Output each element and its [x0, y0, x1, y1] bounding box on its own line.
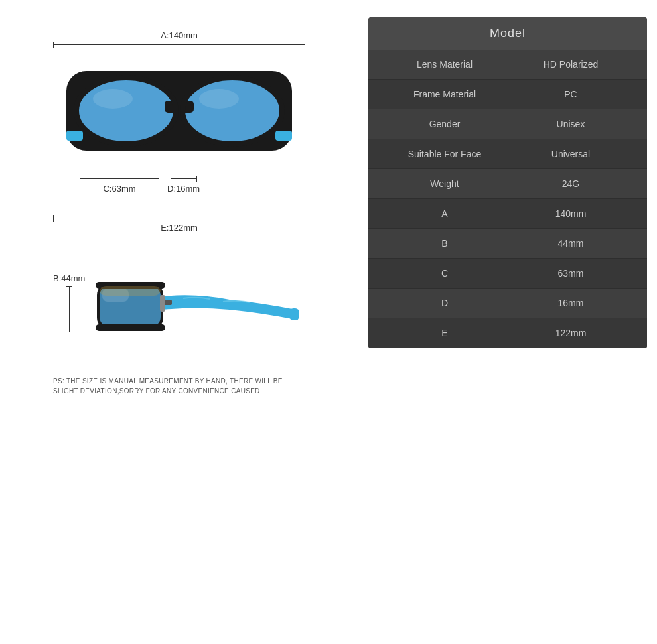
dim-cd-container: C:63mm D:16mm: [53, 176, 305, 195]
spec-val-3: Universal: [508, 149, 634, 159]
specs-title: Model: [490, 27, 526, 40]
v-line-b: [69, 287, 70, 332]
h-line-e: [54, 218, 305, 218]
spec-key-5: A: [382, 208, 508, 219]
spec-val-4: 24G: [508, 178, 634, 189]
svg-rect-7: [275, 131, 292, 141]
svg-rect-16: [96, 324, 165, 331]
spec-val-1: PC: [508, 89, 634, 99]
spec-val-9: 122mm: [508, 328, 634, 338]
spec-val-0: HD Polarized: [508, 59, 634, 70]
specs-header: Model: [368, 17, 647, 50]
svg-rect-6: [66, 131, 83, 141]
spec-val-8: 16mm: [508, 298, 634, 308]
spec-row-0: Lens MaterialHD Polarized: [368, 50, 647, 80]
spec-row-3: Suitable For FaceUniversal: [368, 139, 647, 169]
glasses-front-image: [53, 51, 305, 170]
dim-a-label: A:140mm: [161, 31, 198, 40]
spec-key-1: Frame Material: [382, 89, 508, 99]
spec-rows: Lens MaterialHD PolarizedFrame MaterialP…: [368, 50, 647, 348]
spec-key-9: E: [382, 328, 508, 338]
spec-key-3: Suitable For Face: [382, 149, 508, 159]
dim-b-label: B:44mm: [53, 273, 85, 283]
tick-b-bot: [66, 332, 72, 332]
spec-row-8: D16mm: [368, 289, 647, 318]
spec-key-8: D: [382, 298, 508, 308]
spec-key-7: C: [382, 268, 508, 279]
dim-c-label: C:63mm: [103, 184, 135, 194]
svg-point-8: [93, 89, 133, 109]
spec-key-4: Weight: [382, 178, 508, 189]
spec-row-7: C63mm: [368, 259, 647, 289]
spec-row-5: A140mm: [368, 199, 647, 229]
dim-e-container: E:122mm: [53, 215, 305, 234]
spec-row-2: GenderUnisex: [368, 109, 647, 139]
svg-point-9: [199, 89, 239, 109]
measurement-note: PS: THE SIZE IS MANUAL MEASUREMENT BY HA…: [53, 376, 305, 396]
dim-d-label: D:16mm: [167, 184, 200, 194]
specs-table: Model Lens MaterialHD PolarizedFrame Mat…: [368, 17, 647, 348]
dim-c: C:63mm: [80, 176, 159, 195]
svg-rect-15: [160, 295, 165, 312]
h-line-c: [80, 178, 159, 179]
spec-val-5: 140mm: [508, 208, 634, 219]
spec-val-2: Unisex: [508, 119, 634, 129]
spec-row-4: Weight24G: [368, 169, 647, 199]
spec-row-1: Frame MaterialPC: [368, 80, 647, 109]
spec-val-7: 63mm: [508, 268, 634, 279]
svg-rect-17: [289, 308, 299, 320]
tick-right: [305, 42, 305, 48]
spec-row-9: E122mm: [368, 318, 647, 348]
tick-d-right: [196, 176, 197, 182]
tick-c-right: [159, 176, 159, 182]
spec-key-2: Gender: [382, 119, 508, 129]
svg-rect-3: [165, 101, 194, 113]
glasses-side-image: B:44mm: [53, 237, 305, 369]
spec-key-0: Lens Material: [382, 59, 508, 70]
spec-row-6: B44mm: [368, 229, 647, 259]
tick-e-right: [305, 215, 305, 222]
h-line-a: [54, 44, 305, 45]
h-line-d: [171, 178, 196, 179]
svg-rect-18: [100, 286, 161, 296]
spec-key-6: B: [382, 238, 508, 249]
dim-a-container: A:140mm: [53, 31, 305, 48]
left-panel: A:140mm: [10, 17, 348, 396]
dim-e-label: E:122mm: [161, 223, 198, 233]
spec-val-6: 44mm: [508, 238, 634, 249]
